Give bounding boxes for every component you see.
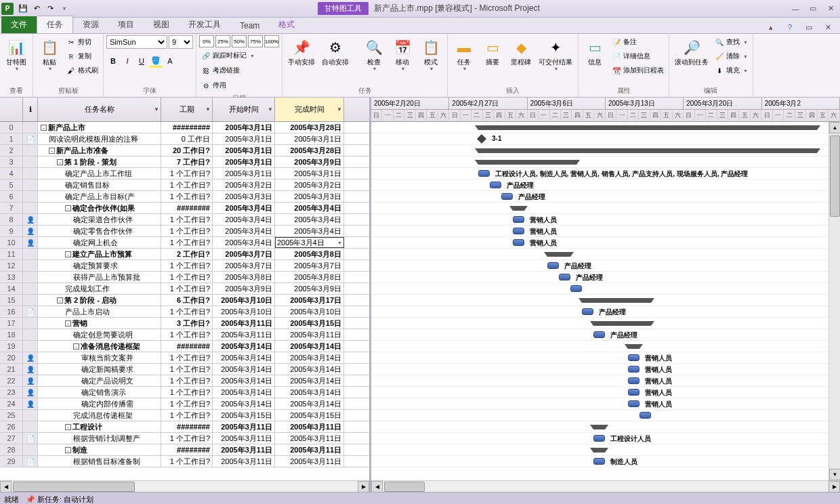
cell-start[interactable]: 2005年3月10日 <box>213 295 275 306</box>
copy-button[interactable]: ⎘复制 <box>64 49 100 63</box>
gantt-row[interactable]: 营销人员 <box>371 352 840 364</box>
summary-bar[interactable] <box>582 298 651 303</box>
cell-name[interactable]: 完成规划工作 <box>38 283 161 294</box>
table-row[interactable]: 22👤确定产品说明文1 个工作日?2005年3月14日2005年3月14日 <box>0 375 369 387</box>
cell-start[interactable]: 2005年3月11日 <box>213 456 275 467</box>
notes-button[interactable]: 📝备注 <box>610 35 666 49</box>
pct-100[interactable]: 100% <box>264 35 279 47</box>
table-row[interactable]: 18确定创意简要说明1 个工作日?2005年3月11日2005年3月11日 <box>0 329 369 341</box>
cell-finish[interactable]: 2005年3月1日 <box>275 168 344 179</box>
cell-start[interactable]: 2005年3月1日 <box>213 156 275 167</box>
task-bar[interactable] <box>490 182 501 188</box>
qat-save[interactable]: 💾 <box>16 2 30 16</box>
bold-button[interactable]: B <box>106 54 120 68</box>
table-row[interactable]: 0-新产品上市#########2005年3月1日2005年3月28日 <box>0 122 369 133</box>
cell-start[interactable]: 2005年3月14日 <box>213 375 275 386</box>
maximize-button[interactable]: ▭ <box>805 3 821 15</box>
cell-indicator[interactable] <box>23 318 38 329</box>
outline-toggle[interactable]: - <box>57 297 63 303</box>
day-header[interactable]: 五 <box>505 110 516 122</box>
scroll-down-button[interactable]: ▼ <box>829 469 840 480</box>
cell-indicator[interactable]: 👤 <box>23 375 38 386</box>
cell-start[interactable]: 2005年3月2日 <box>213 180 275 190</box>
cell-id[interactable]: 16 <box>0 306 23 317</box>
cell-indicator[interactable]: 👤 <box>23 364 38 375</box>
col-header-duration[interactable]: 工期▼ <box>161 98 213 121</box>
move-button[interactable]: 📅移动▼ <box>389 35 416 72</box>
cell-finish[interactable]: 2005年3月7日 <box>275 260 344 271</box>
cell-id[interactable]: 9 <box>0 226 23 236</box>
gantt-scroll-thumb[interactable] <box>384 482 425 492</box>
col-header-id[interactable] <box>0 98 23 121</box>
cell-indicator[interactable]: 👤 <box>23 214 38 225</box>
cell-finish[interactable]: 2005年3月11日 <box>275 329 344 340</box>
day-header[interactable]: 五 <box>583 110 594 122</box>
cell-id[interactable]: 7 <box>0 203 23 213</box>
task-bar[interactable] <box>513 239 524 246</box>
qat-undo[interactable]: ↶ <box>30 2 43 16</box>
day-header[interactable]: 一 <box>382 110 393 122</box>
cell-id[interactable]: 15 <box>0 295 23 306</box>
cell-duration[interactable]: 2 工作日? <box>161 249 213 259</box>
cell-id[interactable]: 6 <box>0 191 23 202</box>
cell-name[interactable]: -准备消息传递框架 <box>38 341 161 352</box>
col-header-finish[interactable]: 完成时间▼ <box>275 98 344 121</box>
cell-duration[interactable]: 1 个工作日? <box>161 306 213 317</box>
cell-finish[interactable]: 2005年3月9日 <box>275 283 344 294</box>
cell-name[interactable]: -新产品上市准备 <box>38 145 161 156</box>
cell-indicator[interactable] <box>23 180 38 190</box>
clear-button[interactable]: 🧹清除▼ <box>713 49 750 63</box>
cell-name[interactable]: 确定产品上市目标(产 <box>38 191 161 202</box>
gantt-row[interactable] <box>371 122 840 133</box>
cell-duration[interactable]: 1 个工作日? <box>161 237 213 248</box>
font-name-select[interactable]: SimSun <box>106 35 167 49</box>
cell-name[interactable]: 确定产品说明文 <box>38 375 161 386</box>
cell-finish[interactable]: 2005年3月14日 <box>275 387 344 398</box>
cell-indicator[interactable] <box>23 444 38 455</box>
gantt-row[interactable] <box>371 421 840 433</box>
cell-finish[interactable]: 2005年3月9日 <box>275 156 344 167</box>
day-header[interactable]: 日 <box>528 110 539 122</box>
cell-finish[interactable]: 2005年3月11日 <box>275 444 344 455</box>
cell-start[interactable]: 2005年3月4日 <box>213 214 275 225</box>
scroll-to-task-button[interactable]: 🔎滚动到任务 <box>672 35 711 68</box>
cell-duration[interactable]: 3 工作日? <box>161 318 213 329</box>
cell-duration[interactable]: 1 个工作日? <box>161 214 213 225</box>
table-row[interactable]: 29📄根据销售目标准备制1 个工作日?2005年3月11日2005年3月11日 <box>0 456 369 467</box>
day-header[interactable]: 日 <box>684 110 694 122</box>
gantt-row[interactable]: 营销人员 <box>371 398 840 410</box>
gantt-row[interactable]: 工程设计人员, 制造人员, 营销人员, 销售人员, 产品支持人员, 现场服务人员… <box>371 168 840 180</box>
insert-task-button[interactable]: ▬任务▼ <box>450 35 478 72</box>
table-row[interactable]: 5确定销售目标1 个工作日?2005年3月2日2005年3月2日 <box>0 180 369 191</box>
cell-id[interactable]: 11 <box>0 249 23 259</box>
cell-id[interactable]: 4 <box>0 168 23 179</box>
cell-duration[interactable]: 1 个工作日? <box>161 387 213 398</box>
cell-name[interactable]: 确定创意简要说明 <box>38 329 161 340</box>
table-row[interactable]: 26-工程设计########2005年3月11日2005年3月11日 <box>0 421 369 433</box>
table-row[interactable]: 2-新产品上市准备20 工作日?2005年3月1日2005年3月28日 <box>0 145 369 156</box>
cell-name[interactable]: 根据销售目标准备制 <box>38 456 161 467</box>
cell-id[interactable]: 21 <box>0 364 23 375</box>
cell-duration[interactable]: 0 工作日 <box>161 133 213 144</box>
cell-name[interactable]: 产品上市启动 <box>38 306 161 317</box>
table-row[interactable]: 4确定产品上市工作组1 个工作日?2005年3月1日2005年3月1日 <box>0 168 369 180</box>
day-header[interactable]: 五 <box>661 110 672 122</box>
cell-indicator[interactable] <box>23 260 38 271</box>
task-bar[interactable] <box>513 228 524 234</box>
inspect-button[interactable]: 🔍检查▼ <box>360 35 387 72</box>
cell-id[interactable]: 20 <box>0 352 23 363</box>
table-row[interactable]: 12确定预算要求1 个工作日?2005年3月7日2005年3月7日 <box>0 260 369 272</box>
cell-indicator[interactable] <box>23 122 38 133</box>
disable-button[interactable]: ⊖停用 <box>199 79 228 92</box>
cell-start[interactable]: 2005年3月1日 <box>213 168 275 179</box>
day-header[interactable]: 六 <box>673 110 684 122</box>
cell-id[interactable]: 0 <box>0 122 23 133</box>
table-row[interactable]: 23👤确定销售演示1 个工作日?2005年3月14日2005年3月14日 <box>0 387 369 398</box>
task-bar[interactable] <box>478 170 490 177</box>
track-marks-button[interactable]: 🔗跟踪时标记▼ <box>199 49 257 62</box>
cell-start[interactable]: 2005年3月11日 <box>213 329 275 340</box>
minimize-button[interactable]: — <box>787 3 803 15</box>
task-bar[interactable] <box>513 216 524 223</box>
cell-id[interactable]: 14 <box>0 283 23 294</box>
outline-toggle[interactable]: - <box>73 343 79 350</box>
